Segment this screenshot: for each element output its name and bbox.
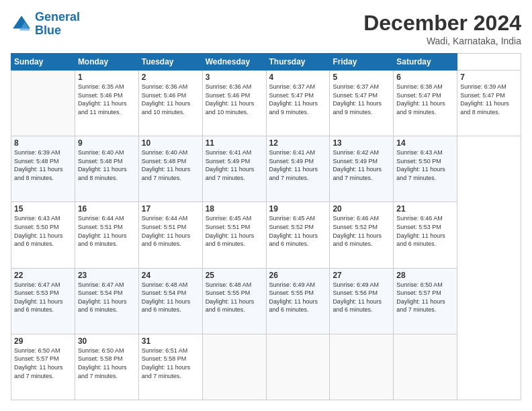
calendar-cell: 17Sunrise: 6:44 AM Sunset: 5:51 PM Dayli…	[138, 202, 202, 268]
day-number: 18	[206, 204, 263, 214]
calendar-cell: 22Sunrise: 6:47 AM Sunset: 5:53 PM Dayli…	[11, 268, 75, 334]
calendar-week-3: 22Sunrise: 6:47 AM Sunset: 5:53 PM Dayli…	[11, 268, 521, 334]
calendar-cell: 29Sunrise: 6:50 AM Sunset: 5:57 PM Dayli…	[11, 334, 75, 400]
day-number: 8	[14, 138, 72, 148]
calendar-table: Sunday Monday Tuesday Wednesday Thursday…	[11, 53, 521, 400]
calendar-cell: 28Sunrise: 6:50 AM Sunset: 5:57 PM Dayli…	[394, 268, 457, 334]
day-info: Sunrise: 6:39 AM Sunset: 5:48 PM Dayligh…	[14, 148, 72, 182]
header: General Blue December 2024 Wadi, Karnata…	[11, 11, 521, 46]
day-number: 15	[14, 204, 72, 214]
calendar-cell: 11Sunrise: 6:41 AM Sunset: 5:49 PM Dayli…	[202, 136, 266, 202]
day-number: 7	[460, 73, 518, 82]
calendar-cell: 4Sunrise: 6:37 AM Sunset: 5:47 PM Daylig…	[266, 71, 330, 136]
day-info: Sunrise: 6:35 AM Sunset: 5:46 PM Dayligh…	[78, 83, 136, 116]
day-info: Sunrise: 6:51 AM Sunset: 5:58 PM Dayligh…	[142, 347, 200, 380]
day-number: 11	[206, 138, 263, 148]
day-info: Sunrise: 6:47 AM Sunset: 5:54 PM Dayligh…	[78, 281, 136, 314]
title-area: December 2024 Wadi, Karnataka, India	[363, 11, 521, 46]
calendar-cell	[11, 71, 75, 136]
day-number: 23	[78, 271, 136, 280]
day-info: Sunrise: 6:50 AM Sunset: 5:57 PM Dayligh…	[14, 347, 72, 380]
day-info: Sunrise: 6:48 AM Sunset: 5:55 PM Dayligh…	[206, 281, 263, 314]
calendar-week-0: 1Sunrise: 6:35 AM Sunset: 5:46 PM Daylig…	[11, 71, 521, 136]
day-info: Sunrise: 6:43 AM Sunset: 5:50 PM Dayligh…	[14, 214, 72, 248]
day-info: Sunrise: 6:43 AM Sunset: 5:50 PM Dayligh…	[396, 148, 454, 182]
calendar-cell: 15Sunrise: 6:43 AM Sunset: 5:50 PM Dayli…	[11, 202, 75, 268]
calendar-cell: 5Sunrise: 6:37 AM Sunset: 5:47 PM Daylig…	[330, 71, 394, 136]
calendar-cell: 7Sunrise: 6:39 AM Sunset: 5:47 PM Daylig…	[457, 71, 521, 136]
day-number: 19	[269, 204, 327, 214]
calendar-cell: 8Sunrise: 6:39 AM Sunset: 5:48 PM Daylig…	[11, 136, 75, 202]
day-info: Sunrise: 6:50 AM Sunset: 5:58 PM Dayligh…	[78, 347, 136, 380]
calendar-cell: 10Sunrise: 6:40 AM Sunset: 5:48 PM Dayli…	[138, 136, 202, 202]
calendar-cell: 3Sunrise: 6:36 AM Sunset: 5:46 PM Daylig…	[202, 71, 266, 136]
day-info: Sunrise: 6:36 AM Sunset: 5:46 PM Dayligh…	[206, 83, 263, 116]
day-number: 29	[14, 336, 72, 346]
day-number: 25	[206, 271, 263, 280]
day-number: 26	[269, 271, 327, 280]
day-info: Sunrise: 6:49 AM Sunset: 5:56 PM Dayligh…	[332, 281, 390, 314]
day-info: Sunrise: 6:37 AM Sunset: 5:47 PM Dayligh…	[332, 83, 390, 116]
day-info: Sunrise: 6:40 AM Sunset: 5:48 PM Dayligh…	[142, 148, 200, 182]
day-number: 12	[269, 138, 327, 148]
calendar-cell: 25Sunrise: 6:48 AM Sunset: 5:55 PM Dayli…	[202, 268, 266, 334]
day-number: 27	[332, 271, 390, 280]
day-info: Sunrise: 6:45 AM Sunset: 5:51 PM Dayligh…	[206, 214, 263, 248]
calendar-cell	[202, 334, 266, 400]
day-number: 1	[78, 73, 136, 82]
day-number: 22	[14, 271, 72, 280]
calendar-cell: 19Sunrise: 6:45 AM Sunset: 5:52 PM Dayli…	[266, 202, 330, 268]
col-monday: Monday	[75, 54, 138, 71]
day-info: Sunrise: 6:41 AM Sunset: 5:49 PM Dayligh…	[206, 148, 263, 182]
day-info: Sunrise: 6:46 AM Sunset: 5:52 PM Dayligh…	[332, 214, 390, 248]
day-number: 24	[142, 271, 200, 280]
col-friday: Friday	[330, 54, 394, 71]
calendar-cell: 2Sunrise: 6:36 AM Sunset: 5:46 PM Daylig…	[138, 71, 202, 136]
calendar-cell: 27Sunrise: 6:49 AM Sunset: 5:56 PM Dayli…	[330, 268, 394, 334]
day-info: Sunrise: 6:44 AM Sunset: 5:51 PM Dayligh…	[78, 214, 136, 248]
day-number: 9	[78, 138, 136, 148]
calendar-cell: 6Sunrise: 6:38 AM Sunset: 5:47 PM Daylig…	[394, 71, 457, 136]
day-number: 2	[142, 73, 200, 82]
day-number: 6	[396, 73, 454, 82]
day-info: Sunrise: 6:47 AM Sunset: 5:53 PM Dayligh…	[14, 281, 72, 314]
header-row: Sunday Monday Tuesday Wednesday Thursday…	[11, 54, 521, 71]
calendar-week-2: 15Sunrise: 6:43 AM Sunset: 5:50 PM Dayli…	[11, 202, 521, 268]
day-info: Sunrise: 6:45 AM Sunset: 5:52 PM Dayligh…	[269, 214, 327, 248]
calendar-week-1: 8Sunrise: 6:39 AM Sunset: 5:48 PM Daylig…	[11, 136, 521, 202]
calendar-cell: 1Sunrise: 6:35 AM Sunset: 5:46 PM Daylig…	[75, 71, 138, 136]
day-info: Sunrise: 6:39 AM Sunset: 5:47 PM Dayligh…	[460, 83, 518, 116]
calendar-cell	[266, 334, 330, 400]
day-number: 20	[332, 204, 390, 214]
day-number: 10	[142, 138, 200, 148]
day-number: 17	[142, 204, 200, 214]
month-title: December 2024	[363, 11, 521, 36]
calendar-cell: 31Sunrise: 6:51 AM Sunset: 5:58 PM Dayli…	[138, 334, 202, 400]
page: General Blue December 2024 Wadi, Karnata…	[0, 0, 532, 411]
day-info: Sunrise: 6:42 AM Sunset: 5:49 PM Dayligh…	[332, 148, 390, 182]
day-number: 14	[396, 138, 454, 148]
calendar-cell: 14Sunrise: 6:43 AM Sunset: 5:50 PM Dayli…	[394, 136, 457, 202]
day-number: 16	[78, 204, 136, 214]
day-info: Sunrise: 6:44 AM Sunset: 5:51 PM Dayligh…	[142, 214, 200, 248]
logo-text: General Blue	[35, 11, 80, 38]
calendar-week-4: 29Sunrise: 6:50 AM Sunset: 5:57 PM Dayli…	[11, 334, 521, 400]
day-info: Sunrise: 6:37 AM Sunset: 5:47 PM Dayligh…	[269, 83, 327, 116]
day-info: Sunrise: 6:40 AM Sunset: 5:48 PM Dayligh…	[78, 148, 136, 182]
calendar-cell: 12Sunrise: 6:41 AM Sunset: 5:49 PM Dayli…	[266, 136, 330, 202]
calendar-cell: 30Sunrise: 6:50 AM Sunset: 5:58 PM Dayli…	[75, 334, 138, 400]
col-wednesday: Wednesday	[202, 54, 266, 71]
calendar-cell: 23Sunrise: 6:47 AM Sunset: 5:54 PM Dayli…	[75, 268, 138, 334]
col-thursday: Thursday	[266, 54, 330, 71]
day-info: Sunrise: 6:50 AM Sunset: 5:57 PM Dayligh…	[396, 281, 454, 314]
day-info: Sunrise: 6:41 AM Sunset: 5:49 PM Dayligh…	[269, 148, 327, 182]
day-number: 21	[396, 204, 454, 214]
calendar-cell: 20Sunrise: 6:46 AM Sunset: 5:52 PM Dayli…	[330, 202, 394, 268]
logo: General Blue	[11, 11, 80, 38]
day-info: Sunrise: 6:48 AM Sunset: 5:54 PM Dayligh…	[142, 281, 200, 314]
day-number: 28	[396, 271, 454, 280]
calendar-cell: 16Sunrise: 6:44 AM Sunset: 5:51 PM Dayli…	[75, 202, 138, 268]
day-info: Sunrise: 6:38 AM Sunset: 5:47 PM Dayligh…	[396, 83, 454, 116]
day-number: 3	[206, 73, 263, 82]
calendar-cell: 9Sunrise: 6:40 AM Sunset: 5:48 PM Daylig…	[75, 136, 138, 202]
